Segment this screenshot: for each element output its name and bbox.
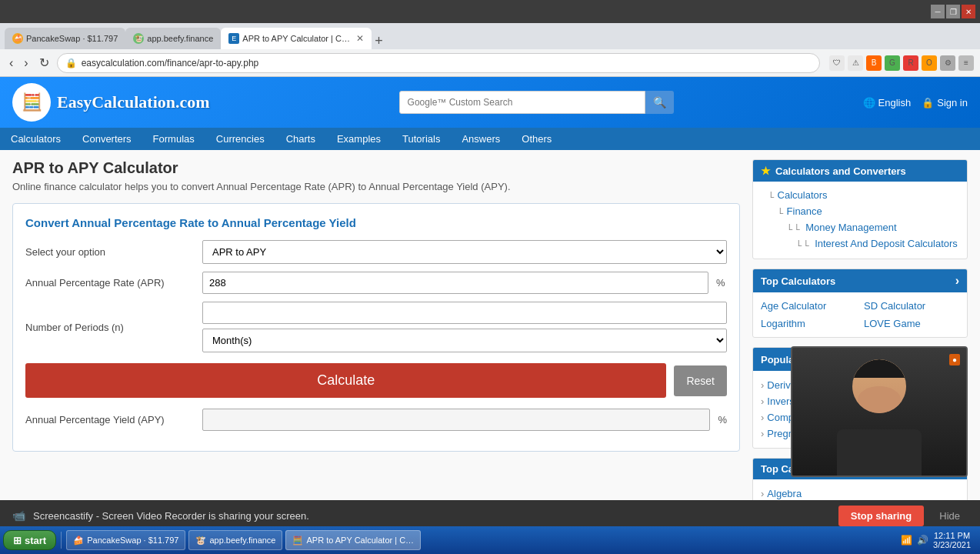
taskbar: ⊞ start 🍰 PancakeSwap · $11.797 🐮 app.be… [0, 526, 980, 539]
search-button[interactable]: 🔍 [645, 91, 674, 114]
close-button[interactable]: ✕ [962, 5, 975, 18]
ext-brave[interactable]: B [866, 55, 882, 71]
top-calc-age[interactable]: Age Calculator [761, 299, 856, 313]
ext-menu[interactable]: ≡ [958, 55, 974, 71]
search-box[interactable] [399, 91, 645, 114]
calc-box-title: Convert Annual Percentage Rate to Annual… [25, 216, 727, 229]
nav-currencies[interactable]: Currencies [205, 128, 275, 150]
ext-red[interactable]: R [903, 55, 918, 71]
periods-label: Number of Periods (n) [25, 322, 195, 333]
ext-settings[interactable]: ⚙ [940, 55, 955, 71]
taskbar-item-apr[interactable]: 🧮 APR to APY Calculator | Convert [285, 530, 421, 539]
logo-icon: 🧮 [12, 83, 51, 122]
breadcrumb-interest-link[interactable]: Interest And Deposit Calculators [815, 236, 958, 251]
taskbar-item-beefy[interactable]: 🐮 app.beefy.finance [188, 530, 282, 539]
stop-sharing-button[interactable]: Stop sharing [838, 506, 924, 526]
tab-label: APR to APY Calculator | Convert ... [242, 34, 350, 43]
ext-warning[interactable]: ⚠ [848, 55, 863, 71]
video-person: ● [792, 348, 966, 476]
site-header: 🧮 EasyCalculation.com 🔍 🌐 English 🔒 Sign… [0, 77, 980, 128]
sidebar-section-breadcrumb: ★ Calculators and Converters Calculators… [752, 159, 968, 259]
address-input[interactable] [82, 58, 812, 68]
reset-button[interactable]: Reset [674, 365, 727, 396]
restore-button[interactable]: ❐ [946, 5, 960, 18]
window-controls[interactable]: ─ ❐ ✕ [931, 5, 975, 18]
result-label: Annual Percentage Yield (APY) [25, 414, 195, 426]
cat-algebra[interactable]: Algebra [761, 486, 959, 502]
star-icon: ★ [761, 165, 771, 177]
ext-orange2[interactable]: O [922, 55, 937, 71]
sidebar-breadcrumb-content: Calculators Finance L Money Management L… [753, 182, 967, 259]
breadcrumb-calculators[interactable]: Calculators [761, 188, 959, 202]
nav-calculators[interactable]: Calculators [0, 128, 72, 150]
taskbar-separator [61, 532, 62, 539]
nav-converters[interactable]: Converters [72, 128, 142, 150]
periods-row: Number of Periods (n) Month(s) Year(s) D… [25, 302, 727, 352]
top-calc-grid: Age Calculator SD Calculator Logarithm L… [753, 292, 967, 337]
nav-examples[interactable]: Examples [326, 128, 392, 150]
signin-link[interactable]: 🔒 Sign in [922, 97, 968, 108]
tab-close-icon[interactable]: ✕ [356, 33, 364, 44]
taskbar-icon-beefy: 🐮 [195, 536, 206, 539]
result-row: Annual Percentage Yield (APY) % [25, 409, 727, 431]
nav-others[interactable]: Others [511, 128, 562, 150]
lock-signin-icon: 🔒 [922, 97, 934, 108]
button-row: Calculate Reset [25, 363, 727, 398]
top-calc-log[interactable]: Logarithm [761, 316, 856, 331]
breadcrumb-calculators-link[interactable]: Calculators [778, 188, 828, 202]
apr-unit: % [716, 277, 725, 289]
search-input[interactable] [408, 97, 637, 108]
video-body [837, 429, 922, 476]
tray-volume-icon: 🔊 [917, 535, 928, 539]
breadcrumb-finance-link[interactable]: Finance [787, 204, 822, 219]
search-area: 🔍 [399, 91, 674, 114]
hide-button[interactable]: Hide [932, 506, 968, 526]
language-link[interactable]: 🌐 English [863, 97, 912, 108]
option-select[interactable]: APR to APY APY to APR [202, 240, 727, 264]
periods-unit-select[interactable]: Month(s) Year(s) Day(s) [202, 329, 727, 352]
calculate-button[interactable]: Calculate [25, 363, 666, 398]
top-calc-love[interactable]: LOVE Game [864, 316, 959, 331]
browser-nav-bar: ‹ › ↻ 🔒 🛡 ⚠ B G R O ⚙ ≡ [0, 49, 980, 77]
result-unit: % [718, 414, 727, 426]
breadcrumb-money[interactable]: L Money Management [761, 220, 959, 235]
nav-formulas[interactable]: Formulas [142, 128, 205, 150]
option-row: Select your option APR to APY APY to APR [25, 240, 727, 264]
back-button[interactable]: ‹ [6, 55, 16, 72]
tab-apr-apy[interactable]: E APR to APY Calculator | Convert ... ✕ [221, 28, 372, 49]
tab-label: PancakeSwap · $11.797 [26, 34, 118, 43]
nav-charts[interactable]: Charts [275, 128, 326, 150]
apr-input[interactable] [202, 272, 708, 294]
notification-text: Screencastify - Screen Video Recorder is… [33, 510, 831, 522]
site-name: EasyCalculation.com [57, 92, 210, 112]
address-bar[interactable]: 🔒 [57, 53, 820, 73]
top-calc-sd[interactable]: SD Calculator [864, 299, 959, 313]
nav-tutorials[interactable]: Tutorials [392, 128, 451, 150]
breadcrumb-interest[interactable]: L Interest And Deposit Calculators [761, 236, 959, 251]
tray-time: 12:11 PM 3/23/2021 [933, 531, 971, 539]
ext-green[interactable]: G [885, 55, 900, 71]
breadcrumb-finance[interactable]: Finance [761, 204, 959, 219]
video-chin [858, 386, 901, 413]
forward-button[interactable]: › [21, 55, 31, 72]
tab-pancakeswap[interactable]: 🍰 PancakeSwap · $11.797 [5, 28, 125, 49]
periods-input[interactable] [202, 302, 727, 324]
page-title: APR to APY Calculator [12, 159, 740, 177]
lock-icon: 🔒 [65, 58, 77, 68]
nav-answers[interactable]: Answers [451, 128, 511, 150]
taskbar-item-pancakeswap[interactable]: 🍰 PancakeSwap · $11.797 [66, 530, 185, 539]
ext-shield[interactable]: 🛡 [829, 55, 845, 71]
calculator-box: Convert Annual Percentage Rate to Annual… [12, 203, 740, 452]
start-button[interactable]: ⊞ start [3, 530, 56, 539]
main-content: APR to APY Calculator Online finance cal… [12, 159, 740, 522]
option-control: APR to APY APY to APR [202, 240, 727, 264]
minimize-button[interactable]: ─ [931, 5, 945, 18]
new-tab-button[interactable]: + [375, 33, 383, 49]
option-label: Select your option [25, 246, 195, 258]
breadcrumb-money-link[interactable]: Money Management [805, 220, 897, 235]
tab-beefy[interactable]: 🐮 app.beefy.finance [125, 28, 221, 49]
windows-icon: ⊞ [13, 535, 22, 539]
sidebar-heading-main: ★ Calculators and Converters [753, 160, 967, 182]
reload-button[interactable]: ↻ [36, 54, 52, 72]
top-calc-arrow-icon[interactable]: › [955, 274, 959, 288]
